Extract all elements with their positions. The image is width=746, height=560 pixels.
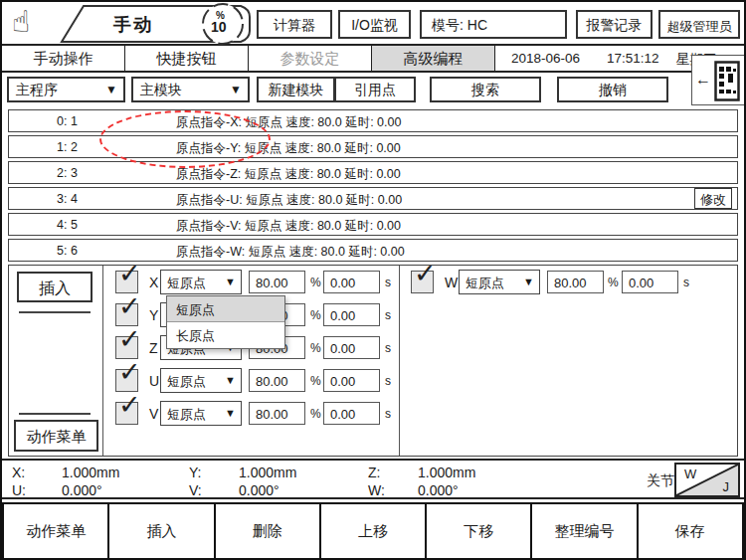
model-number-field[interactable]: 模号: HC <box>420 10 567 39</box>
top-bar: ☝ 手动 % 10 计算器 I/O监视 模号: HC 报警记录 超级管理员 <box>2 2 744 46</box>
check-icon: ✓ <box>118 293 141 320</box>
speed-input-v[interactable]: 80.00 <box>249 402 305 425</box>
hand-mode-icon: ☝ <box>12 4 30 39</box>
axis-row-w: ✓ W 短原点 ▼ 80.00 % 0.00 s <box>405 270 703 295</box>
coord-system-toggle[interactable]: W J <box>674 463 740 497</box>
action-menu-button-bottom[interactable]: 动作菜单 <box>2 502 109 560</box>
origin-type-dropdown-u[interactable]: 短原点 ▼ <box>160 368 242 393</box>
dropdown-option-short-origin[interactable]: 短原点 <box>167 296 284 322</box>
axis-row-v: ✓ V 短原点 ▼ 80.00 % 0.00 s <box>9 401 399 427</box>
axis-checkbox-u[interactable]: ✓ <box>115 369 138 392</box>
super-admin-button[interactable]: 超级管理员 <box>658 10 740 39</box>
program-select-value: 主程序 <box>16 82 58 99</box>
renumber-button[interactable]: 整理编号 <box>530 502 638 560</box>
modify-button[interactable]: 修改 <box>694 188 732 209</box>
speed-input-u[interactable]: 80.00 <box>249 369 305 392</box>
axis-letter: Y <box>149 307 158 323</box>
coordinate-status-bar: X: 1.000mm Y: 1.000mm Z: 1.000mm U: 0.00… <box>2 459 744 499</box>
tab-parameter-settings[interactable]: 参数设定 <box>249 46 372 71</box>
keypad-shortcut-button[interactable]: ← <box>691 55 745 105</box>
origin-type-open-dropdown: 短原点 长原点 <box>166 295 285 349</box>
tab-quick-buttons[interactable]: 快捷按钮 <box>125 46 249 71</box>
save-button[interactable]: 保存 <box>637 502 744 560</box>
mode-banner[interactable]: 手动 % 10 <box>54 3 253 45</box>
program-select[interactable]: 主程序 ▼ <box>7 77 125 102</box>
chevron-down-icon: ▼ <box>225 374 236 386</box>
origin-type-dropdown-w[interactable]: 短原点 ▼ <box>459 270 540 294</box>
check-icon: ✓ <box>118 392 141 419</box>
seconds-label: s <box>385 308 391 322</box>
row-content: 原点指令-W: 短原点 速度: 80.0 延时: 0.00 <box>176 244 405 261</box>
command-editor: 插入 动作菜单 ✓ X 短原点 ▼ 80.00 % 0.00 s ✓ Y 短原点… <box>8 265 738 457</box>
axis-value: 1.000mm <box>62 465 119 480</box>
check-icon: ✓ <box>118 261 141 287</box>
undo-button[interactable]: 撤销 <box>557 77 668 102</box>
move-up-button[interactable]: 上移 <box>319 502 427 560</box>
program-row[interactable]: 4: 5 原点指令-V: 短原点 速度: 80.0 延时: 0.00 <box>8 213 738 236</box>
axis-label: U: <box>12 482 26 498</box>
seconds-label: s <box>385 374 391 388</box>
axis-letter: U <box>149 373 159 389</box>
left-arrow-icon: ← <box>695 71 711 89</box>
axis-letter: Z <box>149 340 158 356</box>
module-select[interactable]: 主模块 ▼ <box>131 77 250 102</box>
axis-checkbox-y[interactable]: ✓ <box>115 303 138 326</box>
axis-checkbox-v[interactable]: ✓ <box>115 402 138 425</box>
row-index: 3: 4 <box>57 192 78 206</box>
delay-input-y[interactable]: 0.00 <box>323 303 380 326</box>
row-content: 原点指令-V: 短原点 速度: 80.0 延时: 0.00 <box>176 218 401 235</box>
chevron-down-icon: ▼ <box>225 276 236 287</box>
delete-button[interactable]: 删除 <box>214 502 321 560</box>
speed-input-w[interactable]: 80.00 <box>547 271 604 293</box>
axis-value: 1.000mm <box>418 465 475 480</box>
calculator-button[interactable]: 计算器 <box>257 10 332 39</box>
percent-label: % <box>310 407 321 421</box>
dropdown-value: 短原点 <box>167 373 206 391</box>
reference-point-button[interactable]: 引用点 <box>334 77 416 102</box>
row-index: 1: 2 <box>57 140 78 154</box>
row-content: 原点指令-Z: 短原点 速度: 80.0 延时: 0.00 <box>176 166 401 183</box>
annotation-ellipse <box>99 110 271 168</box>
io-monitor-button[interactable]: I/O监视 <box>338 10 411 39</box>
seconds-label: s <box>385 276 391 289</box>
percent-label: % <box>608 276 619 289</box>
axis-row-u: ✓ U 短原点 ▼ 80.00 % 0.00 s <box>9 368 399 394</box>
program-row[interactable]: 2: 3 原点指令-Z: 短原点 速度: 80.0 延时: 0.00 <box>8 161 738 184</box>
axis-row-x: ✓ X 短原点 ▼ 80.00 % 0.00 s <box>9 270 399 295</box>
percent-label: % <box>310 341 321 355</box>
delay-input-x[interactable]: 0.00 <box>323 271 380 293</box>
delay-input-v[interactable]: 0.00 <box>323 402 380 425</box>
axis-letter: W <box>445 275 458 290</box>
axis-value: 0.000° <box>418 482 459 498</box>
origin-type-dropdown-x[interactable]: 短原点 ▼ <box>160 270 242 294</box>
search-button[interactable]: 搜索 <box>430 77 541 102</box>
speed-input-x[interactable]: 80.00 <box>249 271 305 293</box>
insert-button-bottom[interactable]: 插入 <box>107 502 215 560</box>
dropdown-value: 短原点 <box>466 275 504 292</box>
percent-label: % <box>310 276 321 289</box>
origin-type-dropdown-v[interactable]: 短原点 ▼ <box>160 401 242 426</box>
tab-bar: 手动操作 快捷按钮 参数设定 高级编程 2018-06-06 17:51:12 … <box>2 46 744 73</box>
row-index: 0: 1 <box>57 114 78 128</box>
axis-checkbox-x[interactable]: ✓ <box>115 271 138 293</box>
axis-checkbox-w[interactable]: ✓ <box>411 271 434 293</box>
percent-label: % <box>310 374 321 388</box>
delay-input-z[interactable]: 0.00 <box>323 336 380 359</box>
joint-mode-label: 关节 <box>647 472 674 490</box>
dropdown-option-long-origin[interactable]: 长原点 <box>167 322 284 348</box>
percent-label: % <box>310 308 321 322</box>
axis-letter: V <box>149 406 158 422</box>
check-icon: ✓ <box>118 326 141 353</box>
program-row[interactable]: 3: 4 原点指令-U: 短原点 速度: 80.0 延时: 0.00 修改 <box>8 187 738 210</box>
axis-checkbox-z[interactable]: ✓ <box>115 336 138 359</box>
delay-input-u[interactable]: 0.00 <box>323 369 380 392</box>
move-down-button[interactable]: 下移 <box>425 502 532 560</box>
tab-advanced-programming[interactable]: 高级编程 <box>372 46 495 71</box>
delay-input-w[interactable]: 0.00 <box>622 271 678 293</box>
alarm-record-button[interactable]: 报警记录 <box>576 10 653 39</box>
tab-manual-operation[interactable]: 手动操作 <box>2 46 125 71</box>
axis-label: W: <box>368 482 385 498</box>
row-content: 原点指令-U: 短原点 速度: 80.0 延时: 0.00 <box>176 192 402 209</box>
new-module-button[interactable]: 新建模块 <box>257 77 335 102</box>
chevron-down-icon: ▼ <box>105 83 117 96</box>
